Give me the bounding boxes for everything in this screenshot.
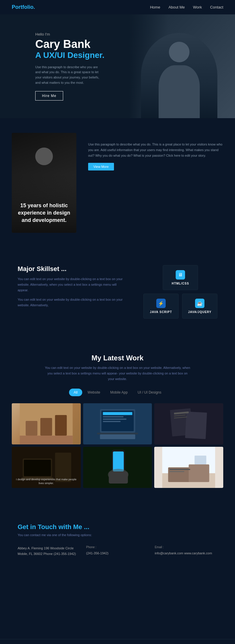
about-overlay-text: 15 years of holistic experience in desig…	[15, 202, 73, 224]
skill-name-jquery: JAVA/JQUERY	[188, 310, 212, 314]
about-section: 15 years of holistic experience in desig…	[0, 118, 235, 247]
contact-grid: Abbey A. Fleming 196 Woodside Circle Mob…	[18, 546, 217, 556]
empty-space	[0, 574, 235, 639]
hero-content: Hello I'm Cary Bank A UX/UI Designer. Us…	[35, 32, 217, 101]
svg-rect-29	[109, 472, 128, 484]
skill-html-css: 🖥 HTML/CSS	[163, 265, 198, 290]
portfolio-item-1[interactable]	[12, 403, 81, 444]
hire-me-button[interactable]: Hire Me	[35, 91, 63, 101]
hero-description: Use this paragraph to describe who you a…	[35, 65, 100, 85]
site-logo: Portfolio.	[12, 4, 35, 10]
portfolio-filters: All Website Mobile App UI / UI Designs	[12, 389, 223, 396]
view-more-button[interactable]: View More	[88, 163, 114, 170]
contact-email-label: Email :	[155, 546, 217, 549]
hero-greeting: Hello I'm	[35, 32, 217, 36]
portfolio-title: My Latest Work	[12, 354, 223, 362]
svg-rect-35	[195, 456, 207, 464]
svg-rect-22	[24, 460, 51, 476]
about-content: Use this paragraph to describe what you …	[88, 133, 223, 170]
cta-section: Collaborate to Create. Get Quote Copyrig…	[0, 639, 235, 644]
filter-mobile[interactable]: Mobile App	[105, 389, 132, 396]
contact-description: You can contact me via one of the follow…	[18, 533, 217, 537]
portfolio-item-2[interactable]	[83, 403, 152, 444]
nav-about[interactable]: About Me	[168, 5, 185, 9]
svg-rect-11	[103, 421, 120, 422]
skill-jquery: ☕ JAVA/JQUERY	[182, 294, 217, 319]
portfolio-item-5[interactable]	[83, 447, 152, 488]
skill-name-js: JAVA SCRIPT	[150, 310, 172, 314]
skill-name-html: HTML/CSS	[172, 282, 189, 285]
skills-text: Major Skillset ... You can edit text on …	[18, 265, 126, 312]
filter-website[interactable]: Website	[83, 389, 105, 396]
svg-rect-34	[189, 464, 209, 482]
skill-javascript: ⚡ JAVA SCRIPT	[143, 294, 179, 319]
hero-name: Cary Bank	[35, 38, 217, 51]
portfolio-section: My Latest Work You can edit text on your…	[0, 336, 235, 506]
nav-home[interactable]: Home	[150, 5, 160, 9]
skills-desc2: You can edit text on your website by dou…	[18, 297, 126, 308]
nav-links: Home About Me Work Contact	[150, 5, 223, 9]
skills-title: Major Skillset ...	[18, 265, 126, 273]
about-image-wrapper: 15 years of holistic experience in desig…	[12, 133, 76, 233]
skills-grid: 🖥 HTML/CSS ⚡ JAVA SCRIPT ☕ JAVA/JQUERY	[143, 265, 217, 319]
svg-rect-36	[170, 469, 190, 470]
svg-rect-27	[113, 451, 124, 471]
svg-rect-13	[100, 434, 135, 439]
portfolio-item-3[interactable]	[154, 403, 223, 444]
navbar: Portfolio. Home About Me Work Contact	[0, 0, 235, 14]
svg-rect-3	[55, 415, 67, 436]
portfolio-item-6[interactable]	[154, 447, 223, 488]
contact-email-block: Email : info@carybank.com www.carybank.c…	[155, 546, 217, 556]
contact-address: Abbey A. Fleming 196 Woodside Circle Mob…	[18, 546, 80, 556]
svg-rect-9	[103, 416, 123, 417]
svg-rect-4	[20, 436, 73, 444]
contact-phone: (241-356-1942)	[86, 551, 149, 556]
contact-section: Get in Touch with Me ... You can contact…	[0, 506, 235, 574]
contact-title: Get in Touch with Me ...	[18, 523, 217, 531]
portfolio-description: You can edit text on your website by dou…	[44, 365, 191, 382]
filter-ui[interactable]: UI / UI Designs	[133, 389, 166, 396]
svg-rect-10	[103, 419, 126, 420]
contact-phone-label: Phone :	[86, 546, 149, 549]
contact-email: info@carybank.com www.carybank.com	[155, 551, 217, 556]
filter-all[interactable]: All	[69, 389, 82, 396]
html-css-icon: 🖥	[176, 270, 185, 280]
portfolio-item-4-caption: I design and develop experiences that ma…	[15, 478, 78, 485]
portfolio-item-4[interactable]: I design and develop experiences that ma…	[12, 447, 81, 488]
javascript-icon: ⚡	[156, 299, 166, 308]
svg-rect-8	[103, 412, 132, 415]
hero-title: A UX/UI Designer.	[35, 51, 217, 60]
skills-desc1: You can edit text on your website by dou…	[18, 276, 126, 293]
skills-section: Major Skillset ... You can edit text on …	[0, 247, 235, 336]
svg-rect-12	[97, 433, 138, 434]
contact-phone-block: Phone : (241-356-1942)	[86, 546, 149, 556]
svg-rect-37	[170, 471, 184, 472]
nav-work[interactable]: Work	[193, 5, 202, 9]
hero-section: Hello I'm Cary Bank A UX/UI Designer. Us…	[0, 14, 235, 118]
nav-contact[interactable]: Contact	[210, 5, 223, 9]
jquery-icon: ☕	[195, 299, 204, 308]
svg-rect-2	[40, 418, 52, 436]
portfolio-grid: I design and develop experiences that ma…	[12, 403, 223, 488]
about-description: Use this paragraph to describe what you …	[88, 142, 223, 158]
svg-rect-1	[26, 421, 37, 436]
svg-rect-16	[185, 412, 207, 439]
contact-address-block: Abbey A. Fleming 196 Woodside Circle Mob…	[18, 546, 80, 556]
